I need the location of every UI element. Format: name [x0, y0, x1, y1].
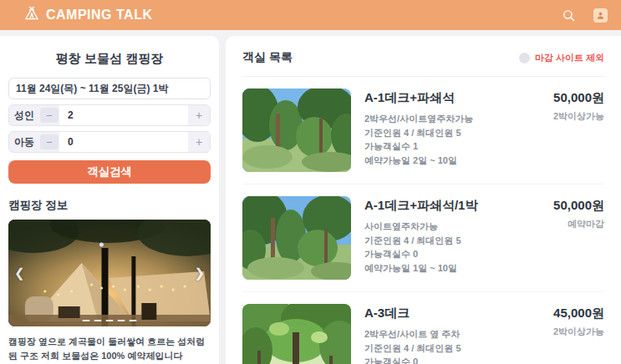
room-search-button[interactable]: 객실검색: [8, 160, 211, 184]
room-availability-count: 가능객실수 0: [364, 355, 512, 364]
room-list-header: 객실 목록 마감 사이트 제외: [242, 36, 604, 77]
room-capacity: 기준인원 4 / 최대인원 5: [364, 126, 512, 140]
search-icon[interactable]: [559, 6, 578, 24]
room-price-column: 50,000원 2박이상가능: [512, 88, 604, 123]
top-header-bar: CAMPING TALK: [0, 0, 621, 30]
room-details: A-1데크+파쇄석/1박 사이트옆주차가능 기준인원 4 / 최대인원 5 가능…: [364, 196, 512, 275]
carousel-dot[interactable]: [130, 320, 137, 321]
room-name[interactable]: A-1데크+파쇄석: [364, 90, 512, 106]
room-capacity: 기준인원 4 / 최대인원 5: [364, 341, 512, 356]
child-stepper: 아동 − 0 +: [8, 131, 211, 153]
carousel-dot[interactable]: [106, 320, 114, 321]
carousel-next-button[interactable]: ❯: [194, 265, 205, 281]
carousel-dot[interactable]: [118, 320, 125, 321]
room-available-days: 예약가능일 1일 ~ 10일: [364, 261, 512, 276]
room-name[interactable]: A-3데크: [364, 306, 512, 321]
room-name[interactable]: A-1데크+파쇄석/1박: [364, 198, 512, 214]
child-label: 아동: [9, 132, 39, 152]
tent-icon: [23, 5, 40, 25]
camp-info-heading: 캠핑장 정보: [8, 198, 211, 213]
header-actions: [559, 6, 609, 24]
room-tags: 사이트옆주차가능: [364, 220, 512, 234]
room-list-panel: 객실 목록 마감 사이트 제외: [226, 36, 621, 364]
room-availability-count: 가능객실수 1: [364, 139, 512, 154]
night-camp-photo: [8, 220, 211, 326]
room-available-days: 예약가능일 2일 ~ 10일: [364, 154, 512, 168]
adult-stepper: 성인 − 2 +: [8, 104, 211, 126]
carousel-dot[interactable]: [94, 320, 102, 321]
room-status: 예약마감: [512, 218, 604, 230]
camp-description: 캠핑장 옆으로 계곡물이 둘러쌓여 흐르는 섬처럼 된 구조 저희 보물섬은 1…: [8, 335, 211, 363]
room-price-column: 45,000원 2박이상가능: [512, 304, 604, 338]
room-photo[interactable]: [242, 196, 351, 280]
campground-title: 평창 보물섬 캠핑장: [8, 44, 211, 78]
carousel-prev-button[interactable]: ❮: [14, 265, 25, 281]
filter-toggle-icon: [519, 53, 530, 63]
room-price: 45,000원: [512, 306, 604, 321]
carousel-dot[interactable]: [83, 320, 90, 321]
adult-label: 성인: [9, 105, 39, 125]
room-photo[interactable]: [242, 88, 351, 172]
exclude-closed-filter[interactable]: 마감 사이트 제외: [519, 52, 604, 64]
pine-forest-photo: [242, 88, 351, 172]
room-price: 50,000원: [512, 90, 604, 106]
room-list-item[interactable]: A-1데크+파쇄석/1박 사이트옆주차가능 기준인원 4 / 최대인원 5 가능…: [242, 185, 604, 292]
room-price-column: 50,000원 예약마감: [512, 196, 604, 230]
page: CAMPING TALK 평창 보물섬 캠핑장 11월 24일(목) ~ 11월…: [0, 0, 621, 364]
room-list-item[interactable]: A-1데크+파쇄석 2박우선/사이트옆주차가능 기준인원 4 / 최대인원 5 …: [242, 77, 604, 185]
adult-count-value: 2: [59, 105, 188, 125]
room-capacity: 기준인원 4 / 최대인원 5: [364, 234, 512, 248]
leafy-forest-photo: [242, 304, 351, 364]
child-plus-button[interactable]: +: [188, 132, 210, 152]
room-list-title: 객실 목록: [242, 50, 293, 65]
room-status: 2박이상가능: [512, 326, 604, 338]
adult-plus-button[interactable]: +: [188, 105, 210, 125]
user-icon: [593, 8, 608, 23]
room-details: A-3데크 2박우선/사이트 옆 주차 기준인원 4 / 최대인원 5 가능객실…: [364, 304, 512, 364]
pine-forest-photo: [242, 196, 351, 280]
room-photo[interactable]: [242, 304, 351, 364]
adult-minus-button[interactable]: −: [40, 108, 59, 123]
room-tags: 2박우선/사이트옆주차가능: [364, 112, 512, 126]
child-count-value: 0: [59, 132, 188, 152]
carousel-dots: [83, 320, 137, 321]
room-details: A-1데크+파쇄석 2박우선/사이트옆주차가능 기준인원 4 / 최대인원 5 …: [364, 88, 512, 167]
booking-sidebar: 평창 보물섬 캠핑장 11월 24일(목) ~ 11월 25일(금) 1박 성인…: [0, 36, 219, 364]
logo-text: CAMPING TALK: [46, 8, 152, 23]
room-tags: 2박우선/사이트 옆 주차: [364, 327, 512, 341]
date-range-field[interactable]: 11월 24일(목) ~ 11월 25일(금) 1박: [8, 78, 211, 99]
filter-label: 마감 사이트 제외: [535, 52, 604, 64]
room-status: 2박이상가능: [512, 110, 604, 123]
room-list-item[interactable]: A-3데크 2박우선/사이트 옆 주차 기준인원 4 / 최대인원 5 가능객실…: [242, 292, 604, 364]
logo[interactable]: CAMPING TALK: [23, 5, 152, 25]
room-availability-count: 가능객실수 0: [364, 247, 512, 261]
child-minus-button[interactable]: −: [40, 134, 59, 149]
camp-photo-carousel[interactable]: ❮ ❯: [8, 220, 211, 326]
user-profile-button[interactable]: [591, 6, 609, 24]
room-price: 50,000원: [512, 198, 604, 214]
content-area: 평창 보물섬 캠핑장 11월 24일(목) ~ 11월 25일(금) 1박 성인…: [0, 30, 621, 364]
